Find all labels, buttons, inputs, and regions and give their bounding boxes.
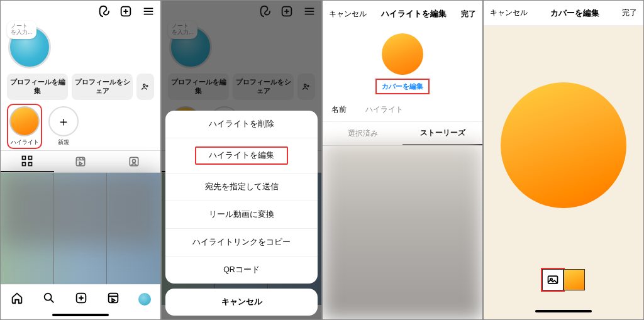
cover-thumb-current[interactable] — [564, 269, 585, 290]
profile-buttons: プロフィールを編集 プロフィールをシェア — [1, 74, 160, 106]
done-button[interactable]: 完了 — [622, 8, 637, 18]
menu-icon[interactable] — [142, 4, 155, 18]
sheet-copy-link[interactable]: ハイライトリンクをコピー — [165, 229, 318, 257]
svg-rect-4 — [23, 163, 26, 166]
svg-point-9 — [44, 294, 51, 301]
action-sheet: ハイライトを削除 ハイライトを編集 宛先を指定して送信 リール動画に変換 ハイラ… — [165, 111, 318, 316]
svg-rect-7 — [130, 157, 138, 165]
sheet-qr-code[interactable]: QRコード — [165, 257, 318, 284]
name-row[interactable]: 名前 ハイライト — [323, 98, 482, 122]
panel-edit-highlight: キャンセル ハイライトを編集 完了 カバーを編集 名前 ハイライト 選択済み ス… — [322, 0, 483, 320]
highlight-item[interactable]: ハイライト — [9, 106, 40, 146]
panel-edit-cover: キャンセル カバーを編集 完了 — [483, 0, 644, 320]
edit-cover-link[interactable]: カバーを編集 — [375, 79, 430, 94]
sheet-delete-highlight[interactable]: ハイライトを削除 — [165, 111, 318, 138]
stories-grid-blur — [323, 143, 482, 319]
profile-tabs — [1, 150, 160, 173]
nav-reels-icon[interactable] — [106, 291, 120, 307]
nav-home-icon[interactable] — [10, 291, 24, 307]
svg-rect-2 — [23, 157, 26, 160]
note-bubble[interactable]: ノート を入力... — [7, 21, 36, 39]
svg-point-1 — [143, 84, 146, 87]
page-title: ハイライトを編集 — [381, 8, 447, 19]
panel-profile: ノート を入力... プロフィールを編集 プロフィールをシェア ハイライト ＋ … — [0, 0, 161, 320]
nav-search-icon[interactable] — [42, 291, 56, 307]
highlight-cover-preview[interactable] — [382, 33, 423, 75]
edit-highlight-header: キャンセル ハイライトを編集 完了 — [323, 1, 482, 27]
highlight-label: ハイライト — [11, 138, 39, 146]
highlights-row: ハイライト ＋ 新規 — [1, 106, 160, 150]
cover-section: カバーを編集 — [323, 27, 482, 98]
avatar-area: ノート を入力... — [1, 22, 160, 74]
home-indicator — [52, 314, 109, 316]
tab-grid[interactable] — [1, 151, 54, 172]
panel-action-sheet: ノート を入力... プロフィールを編集 プロフィールをシェア ハイライト ＋ … — [161, 0, 322, 320]
highlight-cover — [9, 106, 40, 136]
tab-reels[interactable] — [54, 151, 108, 172]
svg-rect-3 — [29, 157, 32, 160]
name-key: 名前 — [331, 104, 347, 115]
edit-profile-button[interactable]: プロフィールを編集 — [7, 74, 68, 100]
share-profile-button[interactable]: プロフィールをシェア — [72, 74, 133, 100]
tab-stories[interactable]: ストーリーズ — [402, 122, 482, 145]
plus-icon: ＋ — [48, 106, 79, 136]
discover-people-button[interactable] — [136, 74, 154, 100]
tab-tagged[interactable] — [107, 151, 160, 172]
grid-blur — [1, 173, 160, 246]
cancel-button[interactable]: キャンセル — [329, 9, 367, 19]
tab-selected[interactable]: 選択済み — [323, 122, 402, 145]
home-indicator — [535, 310, 592, 312]
create-post-icon[interactable] — [119, 4, 133, 18]
sheet-send-to[interactable]: 宛先を指定して送信 — [165, 174, 318, 201]
cover-thumb-row — [542, 269, 585, 290]
svg-rect-5 — [29, 163, 32, 166]
threads-icon[interactable] — [96, 4, 110, 18]
nav-create-icon[interactable] — [74, 291, 88, 307]
done-button[interactable]: 完了 — [461, 9, 476, 19]
page-title: カバーを編集 — [550, 8, 599, 19]
sheet-convert-reel[interactable]: リール動画に変換 — [165, 201, 318, 229]
cover-stage — [484, 26, 643, 319]
nav-profile-icon[interactable] — [138, 293, 151, 306]
sheet-cancel[interactable]: キャンセル — [165, 289, 318, 316]
highlight-new[interactable]: ＋ 新規 — [48, 106, 79, 146]
edit-cover-header: キャンセル カバーを編集 完了 — [484, 1, 643, 26]
cancel-button[interactable]: キャンセル — [490, 8, 528, 18]
sheet-edit-highlight-label: ハイライトを編集 — [195, 146, 288, 165]
svg-point-8 — [132, 160, 135, 163]
cover-preview-circle[interactable] — [501, 82, 626, 208]
pick-image-button[interactable] — [542, 269, 564, 290]
name-value: ハイライト — [365, 104, 403, 115]
highlight-new-label: 新規 — [58, 138, 69, 146]
bottom-nav — [1, 284, 160, 319]
sheet-edit-highlight[interactable]: ハイライトを編集 — [165, 138, 318, 174]
profile-header — [1, 1, 160, 22]
